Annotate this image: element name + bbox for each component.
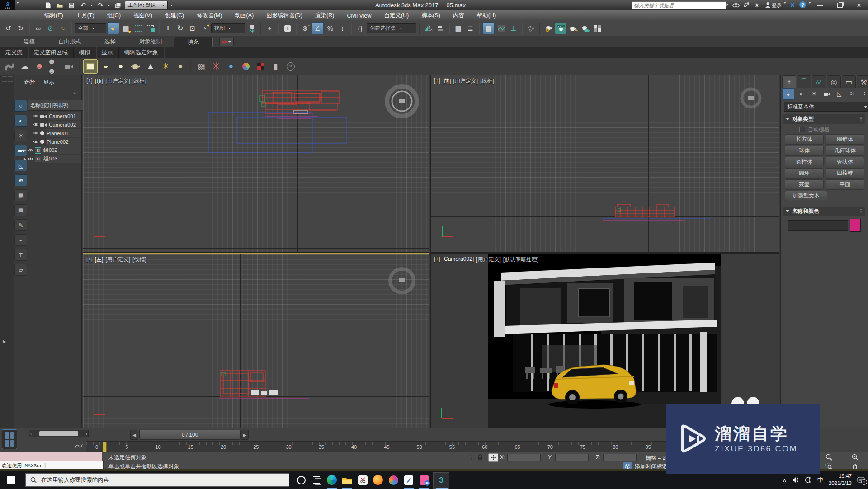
checkbox-icon[interactable]: [799, 127, 805, 132]
material-editor-icon[interactable]: [525, 23, 537, 34]
cone-button[interactable]: 圆锥体: [826, 134, 864, 145]
name-color-rollout[interactable]: 名称和颜色 ⠿: [783, 207, 865, 216]
list-item[interactable]: Camera001: [28, 112, 81, 120]
category-lights-icon[interactable]: ☀: [808, 88, 820, 99]
maxscript-macro-field[interactable]: [0, 452, 102, 461]
viewport-name[interactable]: [Camera002]: [443, 256, 474, 263]
mirror-icon[interactable]: [423, 23, 434, 34]
filter-geometry-icon[interactable]: ○: [14, 100, 27, 112]
list-item[interactable]: ▶ ◧ 组002: [24, 146, 81, 155]
favorites-star-icon[interactable]: ★: [754, 1, 760, 9]
qat-overflow-chevron-icon[interactable]: [170, 5, 173, 8]
wireframe-furniture[interactable]: [251, 390, 278, 395]
redo-chevron-icon[interactable]: [108, 5, 110, 8]
expand-arrow-icon[interactable]: ▶: [24, 157, 26, 161]
viewport-left-label[interactable]: [+] [左] [用户定义] [线框]: [86, 256, 146, 263]
tab-object-paint[interactable]: 对象绘制: [127, 37, 174, 47]
eye-icon[interactable]: [33, 140, 39, 144]
expand-arrow-icon[interactable]: ▶: [24, 148, 26, 152]
media-app-icon[interactable]: ▮▮: [418, 474, 430, 486]
align-icon[interactable]: [435, 23, 446, 34]
z-coordinate-field[interactable]: [603, 454, 637, 461]
viewport-shading[interactable]: [默认明暗处理]: [503, 256, 539, 263]
display-plane-icon[interactable]: [83, 59, 98, 74]
filter-containers-icon[interactable]: ▱: [14, 264, 27, 276]
minimize-button[interactable]: —: [810, 0, 830, 10]
menu-edit[interactable]: 编辑(E): [38, 10, 70, 21]
redo-icon[interactable]: ↷: [96, 1, 105, 9]
menu-customize[interactable]: 自定义(U): [377, 10, 415, 21]
x-coordinate-field[interactable]: [507, 454, 541, 461]
menu-rendering[interactable]: 渲染(R): [309, 10, 340, 21]
textplus-button[interactable]: 加强型文本: [785, 191, 827, 201]
infocenter-search-input[interactable]: 键入关键字或短语: [632, 1, 726, 9]
explorer-select-menu[interactable]: 选择: [24, 78, 35, 86]
explorer-more-icon[interactable]: »: [73, 90, 76, 95]
list-item[interactable]: Plane001: [28, 129, 81, 137]
filter-groups-icon[interactable]: ▦: [14, 189, 27, 201]
select-place-icon[interactable]: ⌖: [264, 23, 275, 34]
wireframe-plane-outline[interactable]: [208, 113, 346, 152]
viewport-front[interactable]: [+] [前] [用户定义] [线框]: [430, 75, 779, 253]
filter-shapes-icon[interactable]: ◐: [14, 115, 27, 127]
asset-library-icon[interactable]: [592, 23, 603, 34]
color-dots-icon[interactable]: [239, 60, 253, 73]
pivot-surface-icon[interactable]: ◔▶: [199, 23, 210, 34]
object-name-input[interactable]: [788, 220, 848, 231]
autogrid-checkbox[interactable]: 自动栅格: [799, 126, 830, 133]
firefox-icon[interactable]: [372, 474, 384, 486]
isolate-toggle-icon[interactable]: ↑: [282, 23, 293, 34]
viewport-menu-plus[interactable]: [+]: [86, 256, 93, 263]
viewport-camera-label[interactable]: [+] [Camera002] [用户定义] [默认明暗处理]: [434, 256, 538, 263]
populate-help-icon[interactable]: ?: [284, 60, 297, 73]
torus-button[interactable]: 圆环: [785, 168, 824, 179]
open-file-icon[interactable]: [55, 1, 64, 9]
percent-snap-icon[interactable]: %: [325, 23, 336, 34]
menu-civil-view[interactable]: Civil View: [340, 10, 377, 21]
capture-app-icon[interactable]: [356, 474, 369, 486]
viewport-top[interactable]: [+] [顶] [用户定义] [线框]: [83, 75, 429, 253]
tab-create-icon[interactable]: ＋: [782, 75, 796, 88]
new-file-icon[interactable]: [43, 1, 52, 9]
object-name[interactable]: 组002: [42, 146, 81, 154]
select-scale-icon[interactable]: ⊡: [187, 23, 198, 34]
select-by-name-icon[interactable]: ▤▶: [120, 23, 132, 34]
select-rotate-icon[interactable]: ↻: [175, 23, 186, 34]
communication-center-icon[interactable]: [743, 2, 750, 8]
box-button[interactable]: 长方体: [785, 134, 824, 145]
file-explorer-icon[interactable]: [341, 474, 354, 486]
display-teapot-icon[interactable]: [129, 60, 142, 73]
zoom-all-icon[interactable]: [849, 453, 861, 461]
taskbar-clock[interactable]: 19:472021/3/13: [829, 473, 852, 487]
filter-xrefs-icon[interactable]: ▤: [14, 204, 27, 216]
tab-modify-icon[interactable]: ⌒: [797, 75, 811, 88]
scatter-icon[interactable]: ✳: [209, 60, 223, 73]
geosphere-button[interactable]: 几何球体: [826, 146, 864, 156]
selection-lock-icon[interactable]: [476, 453, 485, 461]
plane-button[interactable]: 平面: [826, 179, 864, 190]
viewport-shading[interactable]: [线框]: [480, 77, 494, 85]
texture-dots-icon[interactable]: ▩: [194, 60, 208, 73]
exchange-apps-icon[interactable]: X: [790, 1, 795, 9]
render-setup-icon[interactable]: [543, 23, 554, 34]
filter-spacewarps-icon[interactable]: ≋: [14, 174, 27, 186]
rendered-frame-window-icon[interactable]: [555, 23, 566, 34]
object-name[interactable]: Plane001: [46, 129, 81, 137]
object-color-swatch[interactable]: [850, 219, 861, 232]
category-cameras-icon[interactable]: [821, 88, 832, 99]
viewport-left[interactable]: [+] [左] [用户定义] [线框]: [83, 253, 429, 429]
notification-center-icon[interactable]: 1: [857, 476, 865, 484]
column-icon[interactable]: ▮: [269, 60, 283, 73]
maxscript-listener-field[interactable]: 欢迎使用 MAXScr|: [0, 461, 104, 470]
blue-sphere-icon[interactable]: ●: [224, 60, 238, 73]
tab-selection[interactable]: 选择: [93, 37, 127, 47]
ribbon-minimize-button[interactable]: [219, 38, 234, 46]
viewport-name[interactable]: [左]: [95, 256, 104, 263]
viewport-name[interactable]: [顶]: [95, 77, 104, 85]
tab-utilities-icon[interactable]: ⚒: [857, 75, 868, 88]
viewport-menu-plus[interactable]: [+]: [86, 77, 93, 85]
pyramid-button[interactable]: 四棱锥: [826, 168, 864, 179]
bind-spacewarp-icon[interactable]: ≈: [57, 23, 68, 34]
menu-views[interactable]: 视图(V): [127, 10, 159, 21]
panel-display[interactable]: 显示: [96, 47, 119, 58]
